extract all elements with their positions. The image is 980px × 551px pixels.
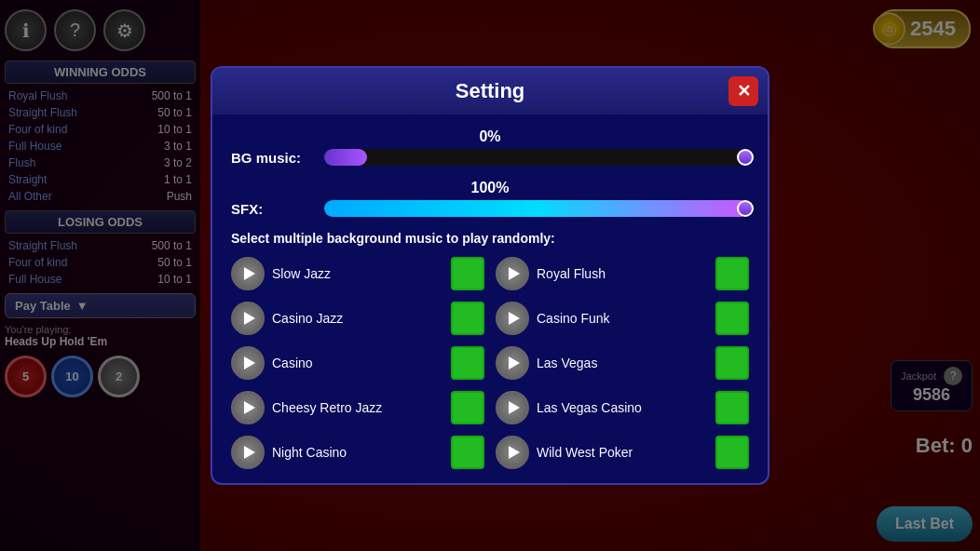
sfx-thumb — [737, 200, 754, 217]
night-casino-label: Night Casino — [272, 445, 443, 460]
music-item-wild-west-poker: Wild West Poker — [496, 436, 749, 469]
music-item-cheesy-retro-jazz: Cheesy Retro Jazz — [231, 391, 484, 424]
cheesy-retro-jazz-label: Cheesy Retro Jazz — [272, 400, 443, 415]
night-casino-toggle[interactable] — [451, 436, 484, 469]
music-item-casino-jazz: Casino Jazz — [231, 302, 484, 335]
bg-music-section: 0% BG music: — [231, 128, 749, 166]
play-las-vegas-button[interactable] — [496, 346, 529, 380]
sfx-slider[interactable] — [324, 200, 749, 217]
play-las-vegas-casino-button[interactable] — [496, 391, 529, 424]
royal-flush-toggle[interactable] — [715, 257, 749, 290]
music-item-casino: Casino — [231, 346, 484, 380]
bg-music-label: BG music: — [231, 150, 315, 166]
slow-jazz-toggle[interactable] — [451, 257, 484, 290]
music-item-royal-flush: Royal Flush — [496, 257, 749, 290]
play-slow-jazz-button[interactable] — [231, 257, 265, 290]
play-triangle-icon — [244, 312, 255, 325]
play-triangle-icon — [509, 446, 520, 459]
modal-title: Setting — [456, 79, 525, 102]
music-grid: Slow Jazz Royal Flush Casino Jazz — [231, 257, 749, 469]
casino-funk-toggle[interactable] — [715, 302, 749, 335]
casino-toggle[interactable] — [451, 346, 484, 380]
play-triangle-icon — [244, 267, 255, 280]
sfx-fill — [324, 200, 749, 217]
play-triangle-icon — [244, 446, 255, 459]
play-casino-jazz-button[interactable] — [231, 302, 265, 335]
sfx-section: 100% SFX: — [231, 180, 749, 217]
las-vegas-label: Las Vegas — [537, 356, 708, 370]
royal-flush-label: Royal Flush — [537, 266, 708, 281]
bg-music-fill — [324, 149, 367, 166]
las-vegas-casino-toggle[interactable] — [715, 391, 749, 424]
sfx-label: SFX: — [231, 201, 315, 217]
music-item-slow-jazz: Slow Jazz — [231, 257, 484, 290]
casino-label: Casino — [272, 356, 443, 370]
play-royal-flush-button[interactable] — [496, 257, 529, 290]
play-triangle-icon — [509, 356, 520, 370]
bg-music-row: BG music: — [231, 149, 749, 166]
settings-modal: Setting ✕ 0% BG music: 100% — [211, 66, 769, 485]
slow-jazz-label: Slow Jazz — [272, 266, 443, 281]
play-triangle-icon — [244, 356, 255, 370]
music-item-las-vegas: Las Vegas — [496, 346, 749, 380]
modal-overlay: Setting ✕ 0% BG music: 100% — [0, 0, 980, 551]
play-triangle-icon — [244, 401, 255, 414]
play-triangle-icon — [509, 312, 520, 325]
cheesy-retro-jazz-toggle[interactable] — [451, 391, 484, 424]
music-item-night-casino: Night Casino — [231, 436, 484, 469]
sfx-row: SFX: — [231, 200, 749, 217]
play-casino-funk-button[interactable] — [496, 302, 529, 335]
music-item-las-vegas-casino: Las Vegas Casino — [496, 391, 749, 424]
play-triangle-icon — [509, 401, 520, 414]
las-vegas-casino-label: Las Vegas Casino — [537, 400, 708, 415]
las-vegas-toggle[interactable] — [715, 346, 749, 380]
play-wild-west-poker-button[interactable] — [496, 436, 529, 469]
casino-jazz-toggle[interactable] — [451, 302, 484, 335]
bg-music-thumb — [737, 149, 754, 166]
play-casino-button[interactable] — [231, 346, 265, 380]
sfx-percent: 100% — [231, 180, 749, 196]
play-triangle-icon — [509, 267, 520, 280]
bg-music-percent: 0% — [231, 128, 749, 145]
select-music-label: Select multiple background music to play… — [231, 231, 749, 246]
modal-header: Setting ✕ — [212, 68, 768, 114]
play-night-casino-button[interactable] — [231, 436, 265, 469]
music-item-casino-funk: Casino Funk — [496, 302, 749, 335]
play-cheesy-retro-jazz-button[interactable] — [231, 391, 265, 424]
modal-body: 0% BG music: 100% SFX: — [212, 114, 768, 483]
wild-west-poker-toggle[interactable] — [715, 436, 749, 469]
casino-jazz-label: Casino Jazz — [272, 311, 443, 326]
bg-music-slider[interactable] — [324, 149, 749, 166]
casino-funk-label: Casino Funk — [537, 311, 708, 326]
wild-west-poker-label: Wild West Poker — [537, 445, 708, 460]
close-button[interactable]: ✕ — [728, 76, 758, 106]
